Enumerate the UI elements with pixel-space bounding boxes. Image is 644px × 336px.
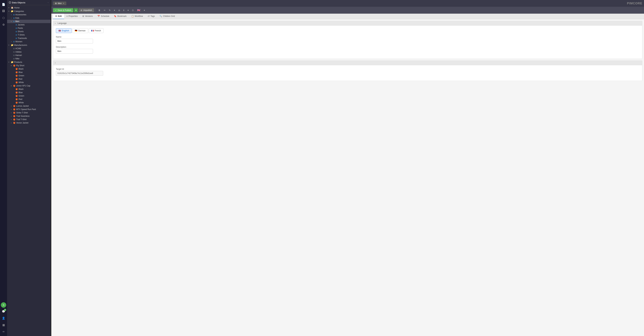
data-objects-icon[interactable]: ⬡ [0,15,6,21]
manufacturers-node-toggle[interactable]: ▾ [8,44,11,46]
share-button[interactable]: ⟨⟩ [131,8,135,12]
description-input[interactable] [56,49,93,54]
infinity-icon[interactable]: ∞ [0,329,6,335]
lang-tab-fr[interactable]: 🇫🇷French [89,28,104,33]
categories-node-icon: 📁 [11,10,14,12]
trail-tshirt-node-toggle[interactable]: + [11,119,13,121]
men-node[interactable]: ▾⊞Men [7,20,51,23]
tab-bookmark[interactable]: 🔖Bookmark [112,14,129,19]
flag-dropdown-button[interactable]: ▾ [142,8,146,12]
target-id-input[interactable] [56,71,103,76]
home-node-toggle[interactable]: ▾ [8,7,11,8]
delete-button[interactable]: 🗑 [97,8,102,12]
notifications-icon[interactable]: 💬 4 [0,308,6,315]
hamari-node[interactable]: ⊟Hamari [7,54,51,57]
tracksuits-node[interactable]: ⊞Tracksuits [7,36,51,40]
lumos-jacket-node-toggle[interactable]: + [11,105,13,107]
info-button[interactable]: ℹ [122,8,126,12]
kids-node-toggle[interactable]: + [11,17,13,19]
mtx-speed-run-pant-node-toggle[interactable]: + [11,109,13,110]
junior-black-node[interactable]: 🎁Black [7,87,51,91]
junior-white-node[interactable]: 🎁White [7,101,51,104]
documents-icon[interactable]: 📄 [0,1,6,7]
name-input[interactable] [56,39,93,43]
target-panel: ▪ Target Id: [53,60,642,81]
trail-seamless-node-toggle[interactable]: + [11,115,13,117]
junior-green-node-label: Green [18,95,49,97]
fly-short-blue-node[interactable]: 🎁Blue [7,71,51,74]
trail-tshirt-node[interactable]: +🎁Trail T-Shirt [7,118,51,121]
men-tab[interactable]: ⊞ Men ✕ [53,1,66,5]
acme-node[interactable]: ⊟ACME [7,47,51,50]
tab-close-icon[interactable]: ✕ [63,2,64,4]
products-node-label: Products [14,61,49,63]
settings-icon[interactable]: ⚙ [0,21,6,28]
products-node-toggle[interactable]: ▾ [8,61,11,63]
sidebar-arrow[interactable]: → [47,1,49,3]
junior-green-node[interactable]: 🎁Green [7,94,51,98]
strike-tshirt-node[interactable]: +🎁Strike T-Shirt [7,111,51,114]
categories-node-toggle[interactable]: ▾ [8,10,11,12]
manufacturers-node[interactable]: ▾📁Manufacturers [7,43,51,47]
tab-schedule[interactable]: 📅Schedule [95,14,112,19]
tab-properties[interactable]: ≡Properties [64,14,80,19]
tab-versions[interactable]: ⊞Versions [80,14,95,19]
junior-ap1-node-toggle[interactable]: ▾ [11,85,13,87]
language-panel-header: ▪ Language [53,21,642,26]
nike-node[interactable]: ⊟Nike [7,57,51,60]
save-publish-button[interactable]: ✓ Save & Publish [53,8,73,12]
junior-blue-node[interactable]: 🎁Blue [7,91,51,94]
accessories-node-toggle[interactable]: + [11,14,13,16]
trail-seamless-node[interactable]: +🎁Trail Seamless [7,114,51,118]
products-node[interactable]: ▾📁Products [7,60,51,64]
shorts-node[interactable]: ⊞Shorts [7,30,51,33]
fly-short-white-node[interactable]: 🎁White [7,81,51,84]
fly-short-node-toggle[interactable]: ▾ [11,65,13,67]
language-panel-collapse-icon[interactable]: ▪ [55,22,56,24]
adidas-node[interactable]: ⊟Adidas [7,50,51,54]
vector-jacket-node[interactable]: +🎁Vector Jacket [7,121,51,125]
user-icon[interactable]: 👤 [0,315,6,321]
target-panel-collapse-icon[interactable]: ▪ [55,62,56,64]
refresh-button[interactable]: ↻ [108,8,112,12]
lang-flag-de: 🇩🇪 [75,29,77,32]
fly-short-black-node[interactable]: 🎁Black [7,67,51,71]
language-panel: ▪ Language 🇬🇧English🇩🇪German🇫🇷French Nam… [53,21,642,59]
fly-short-green-node[interactable]: 🎁Green [7,74,51,77]
women-node[interactable]: +⊞Women [7,40,51,43]
women-node-toggle[interactable]: + [11,41,13,43]
mtx-speed-run-pant-node[interactable]: +🎁MTX Speed Run Pant [7,108,51,111]
tab-workflow[interactable]: 📋Workflow [129,14,145,19]
fly-short-node[interactable]: ▾🎁Fly Short [7,64,51,67]
info-dropdown-button[interactable]: ▾ [126,8,130,12]
unpublish-button[interactable]: ⊘ Unpublish [78,8,94,12]
tab-children-grid[interactable]: 🔍Children Grid [157,14,177,19]
lang-tab-de[interactable]: 🇩🇪German [72,28,88,33]
kids-node[interactable]: +⊞Kids [7,16,51,20]
accessories-node[interactable]: +⊞Accessories [7,13,51,16]
home-node[interactable]: ▾🏠Home [7,6,51,9]
location-button[interactable]: ◎ [117,8,121,12]
flag-button[interactable]: 🇬🇧 [136,8,142,13]
symfony-icon[interactable]: S [1,302,6,308]
tab-tags[interactable]: 🏷Tags [145,14,157,19]
junior-ap1-node[interactable]: ▾🎁Junior AP1 Cap [7,84,51,87]
lumos-jacket-node[interactable]: +🎁Lumos Jacket [7,104,51,108]
fly-short-red-node[interactable]: 🎁Red [7,77,51,81]
save-publish-dropdown-button[interactable]: ▾ [74,8,78,12]
pants-node[interactable]: ⊞Pants [7,26,51,30]
men-node-toggle[interactable]: ▾ [11,20,13,22]
jackets-node[interactable]: ⊞Jackets [7,23,51,26]
tshirts-node[interactable]: ⊞T-Shirts [7,33,51,36]
junior-red-node[interactable]: 🎁Red [7,98,51,101]
strike-tshirt-node-toggle[interactable]: + [11,112,13,114]
tab-edit[interactable]: ✏Edit [53,14,64,19]
vector-jacket-node-toggle[interactable]: + [11,122,13,124]
refresh-dropdown-button[interactable]: ▾ [112,8,116,12]
lang-tab-en[interactable]: 🇬🇧English [56,28,72,33]
assets-icon[interactable]: 🖼 [0,8,6,14]
adidas-node-icon: ⊟ [13,51,15,53]
categories-node[interactable]: ▾📁Categories [7,9,51,13]
edit-button[interactable]: ✏ [102,8,107,12]
grid-bottom-icon[interactable]: ▦ [0,322,6,328]
